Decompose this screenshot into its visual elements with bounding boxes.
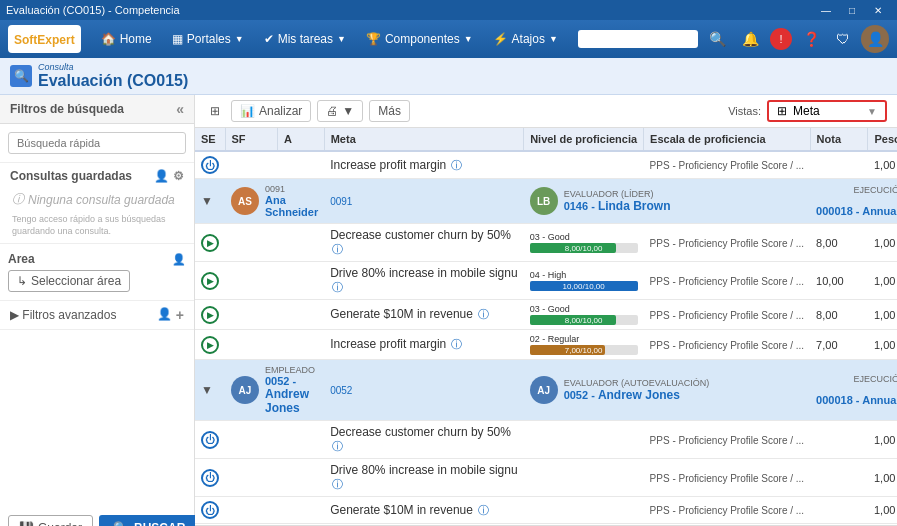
cell-collapse-2[interactable]: ▼ [195, 360, 225, 421]
logo: SoftExpert [8, 25, 81, 53]
print-button[interactable]: 🖨 ▼ [317, 100, 363, 122]
cell-meta: Increase profit margin ⓘ [324, 151, 523, 179]
emp-id-display-2: 0052 [330, 385, 352, 396]
cell-collapse-1[interactable]: ▼ [195, 179, 225, 224]
saved-queries-add-icon[interactable]: 👤 [154, 169, 169, 183]
logo-text: SoftExpert [14, 32, 75, 47]
global-search-input[interactable] [578, 30, 698, 48]
play-icon[interactable]: ▶ [201, 234, 219, 252]
select-area-button[interactable]: ↳ Seleccionar área [8, 270, 130, 292]
saved-queries-gear-icon[interactable]: ⚙ [173, 169, 184, 183]
maximize-button[interactable]: □ [839, 1, 865, 19]
advanced-filters-section[interactable]: ▶ Filtros avanzados 👤 + [0, 301, 194, 330]
nav-home[interactable]: 🏠 Home [93, 28, 160, 50]
emp-avatar-1: AS [231, 187, 259, 215]
search-execute-label: BUSCAR [134, 521, 185, 526]
employee-row-2: ▼ AJ EMPLEADO 0052 - Andrew Jones [195, 360, 897, 421]
power-icon[interactable]: ⏻ [201, 469, 219, 487]
nav-portales[interactable]: ▦ Portales ▼ [164, 28, 252, 50]
cell-a [278, 421, 325, 459]
close-button[interactable]: ✕ [865, 1, 891, 19]
evaluador-label-1: EVALUADOR (LÍDER) [564, 189, 671, 199]
sidebar-search-area [0, 124, 194, 163]
alert-button[interactable]: ! [770, 28, 792, 50]
cell-escala: PPS - Proficiency Profile Score / ... [644, 421, 811, 459]
employee-info-1: AS 0091 Ana Schneider [231, 184, 318, 218]
bell-button[interactable]: 🔔 [737, 28, 764, 50]
cell-a [278, 151, 325, 179]
sidebar-collapse-button[interactable]: « [176, 101, 184, 117]
cell-meta: Decrease customer churn by 50% ⓘ [324, 224, 523, 262]
play-icon[interactable]: ▶ [201, 272, 219, 290]
collapse-arrow-icon[interactable]: ▼ [201, 194, 213, 208]
collapse-arrow-icon-2[interactable]: ▼ [201, 383, 213, 397]
info-icon[interactable]: ⓘ [332, 281, 343, 293]
saved-queries-label: Consultas guardadas [10, 169, 132, 183]
saved-queries-section: Consultas guardadas 👤 ⚙ ⓘ Ninguna consul… [0, 163, 194, 244]
evaluador-details-1: EVALUADOR (LÍDER) 0146 - Linda Brown [564, 189, 671, 213]
cell-peso: 1,00 [868, 262, 897, 300]
mas-button[interactable]: Más [369, 100, 410, 122]
avatar[interactable]: 👤 [861, 25, 889, 53]
th-a: A [278, 128, 325, 151]
cell-escala: PPS - Proficiency Profile Score / ... [644, 262, 811, 300]
exec-label-2: EJECUCIÓN DEL PLAN DE EVALUACIÓN [816, 374, 897, 394]
cell-escala: PPS - Proficiency Profile Score / ... [644, 224, 811, 262]
cell-sf [225, 151, 278, 179]
evaluador-id-2: 0052 - Andrew Jones [564, 388, 710, 402]
vistas-dropdown-arrow-icon: ▼ [867, 106, 877, 117]
atajos-icon: ⚡ [493, 32, 508, 46]
info-icon[interactable]: ⓘ [478, 504, 489, 516]
cell-se: ⏻ [195, 421, 225, 459]
consult-label: Consulta [38, 62, 188, 72]
cell-emp-id-2: 0052 [324, 360, 523, 421]
vistas-select[interactable]: ⊞ Meta ▼ [767, 100, 887, 122]
cell-sf [225, 224, 278, 262]
emp-name-1: Ana Schneider [265, 194, 318, 218]
th-meta: Meta [324, 128, 523, 151]
quick-search-input[interactable] [8, 132, 186, 154]
cell-emp-info-2: AJ EMPLEADO 0052 - Andrew Jones [225, 360, 324, 421]
table-row: ▶ Increase profit margin ⓘ 02 - Regular [195, 330, 897, 360]
info-icon[interactable]: ⓘ [332, 440, 343, 452]
search-button[interactable]: 🔍 [704, 28, 731, 50]
save-button[interactable]: 💾 Guardar [8, 515, 93, 526]
nav-atajos[interactable]: ⚡ Atajos ▼ [485, 28, 566, 50]
search-execute-button[interactable]: 🔍 BUSCAR [99, 515, 199, 526]
nav-componentes[interactable]: 🏆 Componentes ▼ [358, 28, 481, 50]
mis-tareas-icon: ✔ [264, 32, 274, 46]
area-select-icon: ↳ [17, 274, 27, 288]
power-icon[interactable]: ⏻ [201, 156, 219, 174]
advanced-filters-plus-icon[interactable]: + [176, 307, 184, 323]
meta-text: Generate $10M in revenue [330, 503, 473, 517]
analizar-button[interactable]: 📊 Analizar [231, 100, 311, 122]
info-icon[interactable]: ⓘ [478, 308, 489, 320]
cell-sf [225, 459, 278, 497]
advanced-filters-label: ▶ Filtros avanzados [10, 308, 116, 322]
evaluador-details-2: EVALUADOR (AUTOEVALUACIÓN) 0052 - Andrew… [564, 378, 710, 402]
cell-nivel: 02 - Regular 7,00/10,00 [524, 330, 644, 360]
info-icon[interactable]: ⓘ [332, 478, 343, 490]
page-icon: 🔍 [10, 65, 32, 87]
cell-meta: Generate $10M in revenue ⓘ [324, 300, 523, 330]
minimize-button[interactable]: — [813, 1, 839, 19]
cell-nota: 10,00 [810, 262, 868, 300]
cell-se: ▶ [195, 262, 225, 300]
info-icon[interactable]: ⓘ [332, 243, 343, 255]
play-icon[interactable]: ▶ [201, 336, 219, 354]
home-icon: 🏠 [101, 32, 116, 46]
shield-button[interactable]: 🛡 [831, 28, 855, 50]
portales-icon: ▦ [172, 32, 183, 46]
power-icon[interactable]: ⏻ [201, 501, 219, 519]
cell-sf [225, 421, 278, 459]
power-icon[interactable]: ⏻ [201, 431, 219, 449]
info-icon[interactable]: ⓘ [451, 338, 462, 350]
meta-info-icon[interactable]: ⓘ [451, 159, 462, 171]
nav-mis-tareas[interactable]: ✔ Mis tareas ▼ [256, 28, 354, 50]
advanced-filters-add-icon[interactable]: 👤 [157, 307, 172, 323]
play-icon[interactable]: ▶ [201, 306, 219, 324]
evaluador-id-1: 0146 - Linda Brown [564, 199, 671, 213]
view-mode-button[interactable]: ⊞ [205, 101, 225, 121]
help-button[interactable]: ❓ [798, 28, 825, 50]
cell-nota: 8,00 [810, 300, 868, 330]
